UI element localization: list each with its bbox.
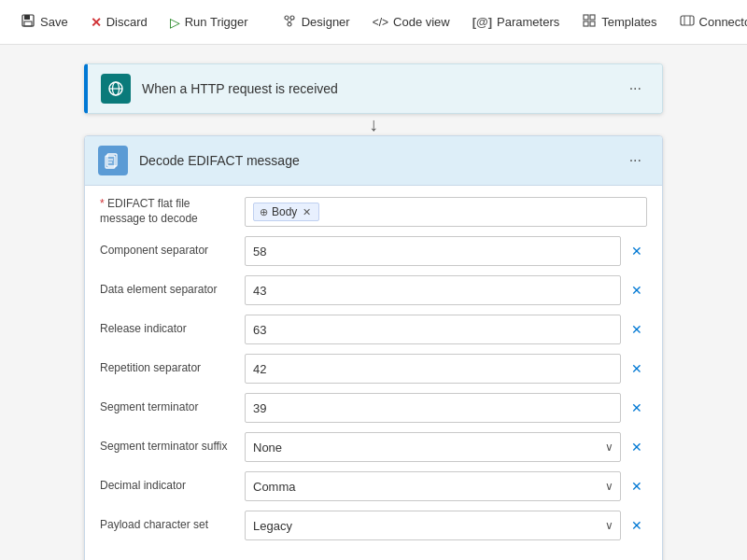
edifact-field-label: EDIFACT flat file message to decode [100, 197, 245, 226]
decode-card-header: Decode EDIFACT message ··· [85, 136, 662, 186]
release-ind-control: ✕ [245, 315, 647, 344]
decimal-ind-select[interactable]: Comma Period [245, 471, 621, 501]
component-sep-clear-button[interactable]: ✕ [627, 241, 647, 261]
payload-charset-clear-button[interactable]: ✕ [627, 515, 647, 536]
data-elem-input[interactable] [245, 275, 621, 305]
parameters-icon: [@] [472, 15, 492, 29]
repetition-sep-control: ✕ [245, 354, 647, 384]
svg-rect-10 [584, 21, 588, 26]
data-elem-row: Data element separator ✕ [100, 275, 647, 305]
designer-button[interactable]: Designer [273, 7, 359, 36]
parameters-button[interactable]: [@] Parameters [463, 9, 570, 35]
seg-term-suffix-select-wrap: None LF CR CRLF ∨ [245, 432, 621, 462]
save-icon [21, 13, 35, 31]
discard-label: Discard [106, 15, 148, 29]
connectors-icon [680, 13, 695, 31]
svg-point-5 [288, 22, 291, 26]
decode-icon [98, 146, 128, 175]
arrow-down-icon: ↓ [369, 114, 378, 135]
repetition-sep-clear-button[interactable]: ✕ [627, 358, 647, 379]
payload-charset-select-wrap: Legacy UTF-8 ∨ [245, 511, 621, 540]
canvas: When a HTTP request is received ··· ↓ De… [0, 45, 747, 560]
data-elem-control: ✕ [245, 275, 647, 305]
decode-form: EDIFACT flat file message to decode ⊕ Bo… [85, 186, 662, 560]
data-elem-label: Data element separator [100, 283, 245, 298]
decimal-ind-control: Comma Period ∨ ✕ [245, 471, 647, 501]
decode-card: Decode EDIFACT message ··· EDIFACT flat … [84, 135, 663, 560]
component-sep-label: Component separator [100, 244, 245, 259]
release-ind-row: Release indicator ✕ [100, 315, 647, 344]
component-sep-input[interactable] [245, 236, 621, 266]
payload-charset-select[interactable]: Legacy UTF-8 [245, 511, 621, 540]
discard-icon: ✕ [91, 15, 102, 30]
edifact-field-row: EDIFACT flat file message to decode ⊕ Bo… [100, 197, 647, 227]
save-button[interactable]: Save [11, 7, 78, 36]
tag-label: Body [272, 205, 297, 218]
payload-charset-control: Legacy UTF-8 ∨ ✕ [245, 511, 647, 540]
segment-term-label: Segment terminator [100, 400, 245, 415]
body-tag: ⊕ Body ✕ [253, 203, 319, 221]
http-trigger-more-button[interactable]: ··· [622, 77, 649, 101]
http-trigger-icon [101, 74, 131, 104]
connectors-button[interactable]: Connectors [670, 7, 747, 36]
templates-icon [582, 13, 597, 31]
code-view-button[interactable]: </> Code view [363, 9, 459, 35]
data-elem-clear-button[interactable]: ✕ [627, 280, 647, 301]
segment-term-row: Segment terminator ✕ [100, 393, 647, 423]
repetition-sep-label: Repetition separator [100, 361, 245, 376]
decimal-ind-row: Decimal indicator Comma Period ∨ ✕ [100, 471, 647, 501]
svg-rect-12 [681, 16, 694, 25]
repetition-sep-input[interactable] [245, 354, 621, 384]
code-view-label: Code view [393, 15, 450, 29]
decimal-ind-select-wrap: Comma Period ∨ [245, 471, 621, 501]
tag-icon: ⊕ [260, 206, 268, 218]
release-ind-clear-button[interactable]: ✕ [627, 319, 647, 340]
seg-term-suffix-label: Segment terminator suffix [100, 440, 245, 455]
edifact-tag-input[interactable]: ⊕ Body ✕ [245, 197, 647, 227]
connectors-label: Connectors [699, 15, 747, 29]
svg-line-7 [289, 20, 292, 22]
decode-card-title: Decode EDIFACT message [139, 153, 622, 168]
designer-icon [282, 13, 297, 31]
release-ind-label: Release indicator [100, 322, 245, 337]
repetition-sep-row: Repetition separator ✕ [100, 354, 647, 384]
seg-term-suffix-select[interactable]: None LF CR CRLF [245, 432, 621, 462]
segment-term-control: ✕ [245, 393, 647, 423]
svg-rect-8 [584, 15, 588, 20]
svg-rect-9 [590, 15, 595, 20]
seg-term-suffix-control: None LF CR CRLF ∨ ✕ [245, 432, 647, 462]
tag-close-button[interactable]: ✕ [301, 206, 313, 218]
release-ind-input[interactable] [245, 315, 621, 344]
svg-point-4 [290, 16, 294, 20]
http-trigger-header: When a HTTP request is received ··· [88, 64, 662, 113]
decode-more-button[interactable]: ··· [622, 148, 649, 173]
run-trigger-label: Run Trigger [185, 15, 248, 29]
segment-term-input[interactable] [245, 393, 621, 423]
svg-point-3 [285, 16, 289, 20]
toolbar: Save ✕ Discard ▷ Run Trigger Designer </… [0, 0, 747, 45]
decimal-ind-clear-button[interactable]: ✕ [627, 476, 647, 497]
component-sep-control: ✕ [245, 236, 647, 266]
payload-charset-row: Payload character set Legacy UTF-8 ∨ ✕ [100, 511, 647, 540]
code-icon: </> [373, 16, 388, 29]
http-trigger-card: When a HTTP request is received ··· [84, 63, 663, 114]
segment-term-clear-button[interactable]: ✕ [627, 398, 647, 418]
connector-arrow: ↓ [369, 114, 378, 135]
edifact-field-control: ⊕ Body ✕ [245, 197, 647, 227]
component-sep-row: Component separator ✕ [100, 236, 647, 266]
svg-line-6 [287, 20, 289, 22]
parameters-label: Parameters [497, 15, 559, 29]
run-trigger-button[interactable]: ▷ Run Trigger [161, 9, 258, 35]
designer-label: Designer [302, 15, 350, 29]
svg-rect-1 [24, 15, 30, 20]
http-trigger-title: When a HTTP request is received [142, 81, 622, 96]
discard-button[interactable]: ✕ Discard [81, 9, 157, 35]
seg-term-suffix-clear-button[interactable]: ✕ [627, 437, 647, 457]
templates-label: Templates [601, 15, 656, 29]
svg-rect-11 [590, 21, 595, 26]
templates-button[interactable]: Templates [572, 7, 666, 36]
save-label: Save [40, 15, 68, 29]
svg-rect-2 [24, 21, 32, 26]
decimal-ind-label: Decimal indicator [100, 479, 245, 494]
run-icon: ▷ [170, 15, 180, 30]
